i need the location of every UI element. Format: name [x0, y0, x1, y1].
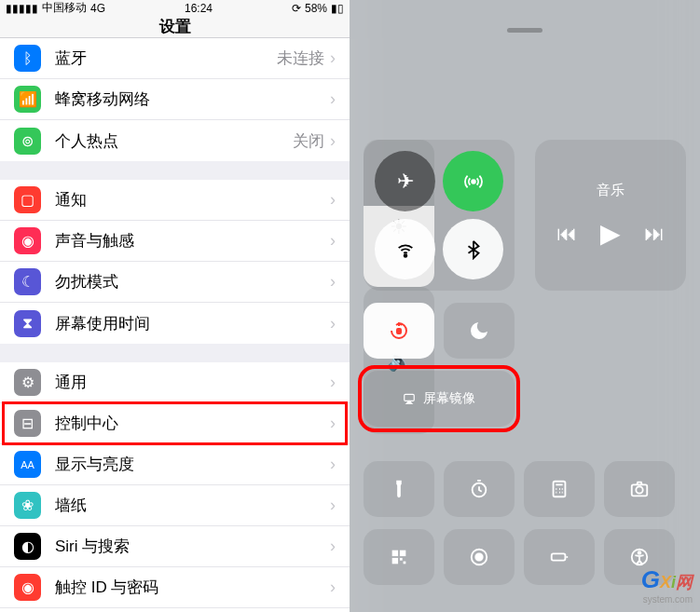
settings-row-wallpaper[interactable]: ❀墙纸› — [0, 485, 350, 526]
lowpower-button[interactable] — [524, 529, 595, 585]
row-label: 个人热点 — [55, 130, 293, 152]
connectivity-tile[interactable]: ✈ — [364, 140, 515, 291]
time-label: 16:24 — [185, 2, 213, 15]
aa-icon: AA — [14, 451, 41, 478]
row-label: 声音与触感 — [55, 230, 330, 252]
chevron-right-icon: › — [330, 496, 336, 515]
chevron-right-icon: › — [330, 373, 336, 392]
mirror-label: 屏幕镜像 — [423, 390, 475, 407]
row-label: 屏幕使用时间 — [55, 313, 330, 334]
chevron-right-icon: › — [330, 131, 336, 151]
svg-point-1 — [404, 254, 406, 257]
settings-row-touchid[interactable]: ◉触控 ID 与密码› — [0, 567, 350, 608]
settings-row-hotspot[interactable]: ⊚个人热点关闭› — [0, 120, 350, 161]
status-bar: ▮▮▮▮▮ 中国移动 4G 16:24 ⟳ 58% ▮▯ — [0, 0, 350, 16]
next-track-icon[interactable]: ⏭ — [644, 222, 665, 246]
qr-button[interactable] — [364, 529, 434, 585]
settings-row-sos[interactable]: SOSSOS 紧急联络› — [0, 608, 350, 612]
svg-point-0 — [472, 180, 475, 184]
switches-icon: ⊟ — [14, 410, 41, 437]
dnd-toggle[interactable] — [444, 303, 515, 359]
battery-label: 58% — [305, 2, 327, 15]
drag-handle[interactable] — [507, 28, 542, 33]
refresh-icon: ⟳ — [292, 2, 301, 15]
hourglass-icon: ⧗ — [14, 310, 41, 337]
signal-icon: ▮▮▮▮▮ — [6, 2, 38, 15]
notification-icon: ▢ — [14, 186, 41, 213]
chevron-right-icon: › — [330, 537, 336, 556]
svg-rect-11 — [400, 558, 403, 561]
settings-row-gear[interactable]: ⚙通用› — [0, 362, 350, 403]
siri-icon: ◐ — [14, 533, 41, 560]
gear-icon: ⚙ — [14, 369, 41, 396]
settings-row-hourglass[interactable]: ⧗屏幕使用时间› — [0, 303, 350, 344]
settings-row-moon[interactable]: ☾勿扰模式› — [0, 262, 350, 303]
screen-mirror-button[interactable]: 屏幕镜像 — [364, 371, 515, 427]
row-detail: 未连接 — [277, 48, 324, 69]
row-label: 通用 — [55, 372, 330, 393]
row-label: 墙纸 — [55, 495, 330, 516]
svg-rect-12 — [404, 562, 406, 564]
chevron-right-icon: › — [330, 314, 336, 333]
bluetooth-toggle[interactable] — [443, 219, 503, 279]
svg-rect-3 — [405, 394, 415, 401]
timer-button[interactable] — [444, 461, 515, 517]
settings-row-aa[interactable]: AA显示与亮度› — [0, 444, 350, 485]
settings-row-cellular[interactable]: 📶蜂窝移动网络› — [0, 79, 350, 120]
chevron-right-icon: › — [330, 578, 336, 597]
row-label: 通知 — [55, 189, 330, 211]
settings-row-notification[interactable]: ▢通知› — [0, 180, 350, 221]
control-center: ✈ 音乐 ⏮ ▶ ⏭ — [350, 0, 700, 612]
airplane-toggle[interactable]: ✈ — [375, 151, 435, 211]
carrier-label: 中国移动 — [42, 0, 87, 16]
row-detail: 关闭 — [293, 130, 324, 152]
chevron-right-icon: › — [330, 89, 336, 109]
svg-rect-9 — [400, 551, 405, 556]
settings-row-sound[interactable]: ◉声音与触感› — [0, 221, 350, 262]
settings-row-switches[interactable]: ⊟控制中心› — [0, 403, 350, 444]
svg-rect-15 — [552, 553, 566, 560]
play-icon[interactable]: ▶ — [600, 218, 621, 249]
orientation-lock-toggle[interactable] — [364, 303, 434, 359]
chevron-right-icon: › — [330, 272, 336, 292]
settings-screen: ▮▮▮▮▮ 中国移动 4G 16:24 ⟳ 58% ▮▯ 设置 ᛒ蓝牙未连接›📶… — [0, 0, 350, 612]
row-label: 蜂窝移动网络 — [55, 88, 330, 110]
moon-icon: ☾ — [14, 268, 41, 295]
bluetooth-icon: ᛒ — [14, 45, 41, 72]
row-label: 蓝牙 — [55, 48, 277, 69]
svg-rect-10 — [392, 558, 398, 564]
airplay-icon — [403, 392, 416, 405]
settings-row-bluetooth[interactable]: ᛒ蓝牙未连接› — [0, 38, 350, 79]
wifi-toggle[interactable] — [375, 219, 435, 279]
music-label: 音乐 — [597, 182, 625, 199]
svg-point-7 — [636, 486, 642, 493]
watermark: GXi网 system.com — [641, 565, 693, 605]
camera-button[interactable] — [604, 461, 675, 517]
svg-point-14 — [475, 553, 482, 560]
prev-track-icon[interactable]: ⏮ — [556, 222, 577, 246]
chevron-right-icon: › — [330, 190, 336, 210]
cellular-toggle[interactable] — [443, 151, 503, 211]
music-tile[interactable]: 音乐 ⏮ ▶ ⏭ — [535, 140, 686, 291]
settings-row-siri[interactable]: ◐Siri 与搜索› — [0, 526, 350, 567]
hotspot-icon: ⊚ — [14, 128, 41, 155]
calculator-button[interactable] — [524, 461, 595, 517]
touchid-icon: ◉ — [14, 574, 41, 601]
battery-icon: ▮▯ — [331, 2, 344, 15]
row-label: Siri 与搜索 — [55, 536, 330, 557]
row-label: 显示与亮度 — [55, 454, 330, 475]
chevron-right-icon: › — [330, 231, 336, 251]
sound-icon: ◉ — [14, 227, 41, 254]
page-title: 设置 — [0, 16, 350, 38]
chevron-right-icon: › — [330, 455, 336, 474]
record-button[interactable] — [444, 529, 515, 585]
svg-rect-2 — [397, 329, 401, 333]
flashlight-button[interactable] — [364, 461, 434, 517]
network-label: 4G — [90, 2, 105, 15]
row-label: 触控 ID 与密码 — [55, 577, 330, 598]
row-label: 勿扰模式 — [55, 271, 330, 292]
chevron-right-icon: › — [330, 414, 336, 433]
wallpaper-icon: ❀ — [14, 492, 41, 519]
svg-point-17 — [638, 551, 641, 554]
cellular-icon: 📶 — [14, 86, 41, 113]
